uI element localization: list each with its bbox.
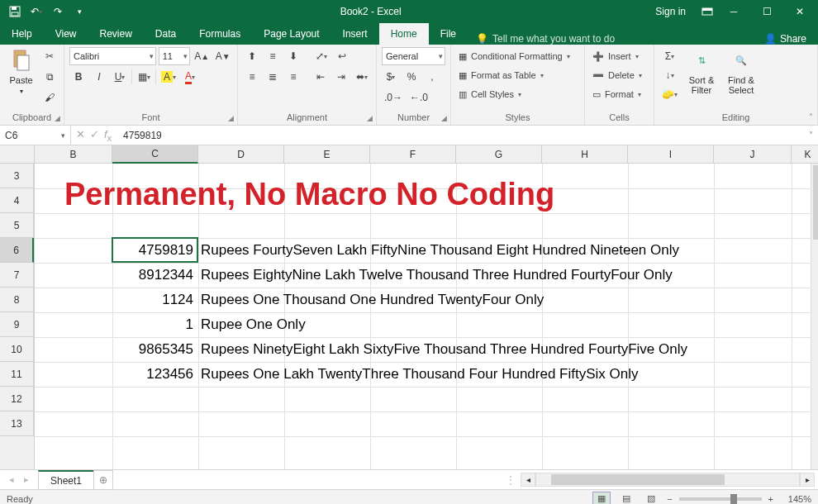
align-middle-icon[interactable]: ≡	[264, 47, 282, 65]
delete-cells-button[interactable]: ➖Delete	[590, 66, 649, 84]
qat-customize-icon[interactable]: ▾	[69, 2, 89, 21]
column-header[interactable]: C	[112, 145, 198, 164]
close-icon[interactable]: ✕	[783, 2, 816, 21]
normal-view-icon[interactable]: ▦	[592, 492, 611, 505]
sort-filter-button[interactable]: ⇅ Sort & Filter	[683, 47, 720, 95]
column-header[interactable]: G	[456, 145, 542, 164]
save-icon[interactable]	[5, 2, 25, 21]
select-all-corner[interactable]	[0, 145, 35, 164]
sign-in-link[interactable]: Sign in	[647, 6, 694, 17]
fill-color-icon[interactable]: A	[159, 68, 178, 86]
bold-button[interactable]: B	[69, 68, 88, 86]
maximize-icon[interactable]: ☐	[750, 2, 783, 21]
format-as-table-button[interactable]: ▦Format as Table	[456, 66, 579, 84]
conditional-formatting-button[interactable]: ▦Conditional Formatting	[456, 47, 579, 65]
cell-styles-button[interactable]: ▥Cell Styles	[456, 85, 579, 103]
row-header[interactable]: 7	[0, 263, 34, 288]
tab-help[interactable]: Help	[0, 23, 44, 45]
format-cells-button[interactable]: ▭Format	[590, 85, 649, 103]
expand-formula-bar-icon[interactable]: ˅	[803, 131, 818, 140]
column-header[interactable]: I	[628, 145, 714, 164]
tab-formulas[interactable]: Formulas	[188, 23, 252, 45]
row-header[interactable]: 10	[0, 337, 34, 362]
vertical-scrollbar[interactable]	[811, 164, 818, 469]
ribbon-options-icon[interactable]	[697, 2, 717, 21]
decrease-font-icon[interactable]: A▼	[214, 47, 232, 65]
align-bottom-icon[interactable]: ⬇	[284, 47, 302, 65]
minimize-icon[interactable]: ─	[717, 2, 750, 21]
format-painter-icon[interactable]: 🖌	[40, 88, 59, 107]
tab-view[interactable]: View	[44, 23, 88, 45]
scroll-right-icon[interactable]: ▸	[800, 473, 815, 487]
sheet-nav-first-icon[interactable]: ◂	[5, 474, 18, 485]
column-header[interactable]: B	[35, 145, 112, 164]
cut-icon[interactable]: ✂	[40, 47, 59, 65]
border-icon[interactable]: ▦	[135, 68, 153, 86]
align-center-icon[interactable]: ≣	[264, 68, 282, 86]
align-left-icon[interactable]: ≡	[243, 68, 261, 86]
cancel-formula-icon[interactable]: ✕	[76, 128, 85, 143]
clear-icon[interactable]: 🧽	[659, 85, 680, 103]
find-select-button[interactable]: 🔍 Find & Select	[723, 47, 759, 95]
page-break-view-icon[interactable]: ▧	[642, 492, 660, 505]
tab-insert[interactable]: Insert	[331, 23, 379, 45]
alignment-dialog-icon[interactable]: ◢	[367, 114, 373, 122]
share-button[interactable]: 👤 Share	[753, 33, 818, 45]
copy-icon[interactable]: ⧉	[40, 68, 59, 86]
tab-file[interactable]: File	[429, 23, 468, 45]
percent-format-icon[interactable]: %	[402, 68, 421, 86]
tab-home[interactable]: Home	[379, 23, 429, 45]
column-header[interactable]: H	[542, 145, 628, 164]
font-color-icon[interactable]: A	[181, 68, 199, 86]
tab-review[interactable]: Review	[88, 23, 143, 45]
name-box[interactable]: C6▾	[0, 126, 71, 145]
font-name-combo[interactable]: Calibri	[69, 47, 156, 65]
align-right-icon[interactable]: ≡	[284, 68, 302, 86]
wrap-text-icon[interactable]: ↩	[333, 47, 351, 65]
namebox-dropdown-icon[interactable]: ▾	[61, 131, 65, 140]
column-header[interactable]: J	[714, 145, 792, 164]
sheet-nav-prev-icon[interactable]: ▸	[20, 474, 33, 485]
row-header[interactable]: 13	[0, 411, 34, 436]
hscroll-thumb[interactable]	[551, 474, 725, 485]
column-header[interactable]: E	[284, 145, 370, 164]
zoom-slider[interactable]	[679, 497, 762, 501]
row-header[interactable]: 5	[0, 213, 34, 238]
new-sheet-icon[interactable]: ⊕	[93, 470, 113, 490]
zoom-level[interactable]: 145%	[780, 494, 811, 504]
row-header[interactable]: 11	[0, 362, 34, 387]
font-size-combo[interactable]: 11	[159, 47, 190, 65]
zoom-out-icon[interactable]: −	[667, 494, 672, 504]
row-header[interactable]: 9	[0, 312, 34, 337]
merge-center-icon[interactable]: ⬌	[353, 68, 371, 86]
orientation-icon[interactable]: ⤢	[312, 47, 331, 65]
increase-indent-icon[interactable]: ⇥	[332, 68, 350, 86]
column-header[interactable]: D	[198, 145, 284, 164]
increase-decimal-icon[interactable]: .0→	[382, 88, 405, 107]
undo-icon[interactable]: ↶	[26, 2, 46, 21]
row-header[interactable]: 4	[0, 188, 34, 213]
clipboard-dialog-icon[interactable]: ◢	[55, 114, 60, 122]
horizontal-scrollbar[interactable]	[535, 473, 800, 487]
fill-icon[interactable]: ↓	[659, 66, 680, 84]
scroll-left-icon[interactable]: ◂	[521, 473, 535, 487]
formula-bar[interactable]: 4759819	[117, 130, 803, 141]
row-header[interactable]: 12	[0, 387, 34, 411]
collapse-ribbon-icon[interactable]: ˄	[809, 112, 813, 121]
row-header[interactable]: 3	[0, 164, 34, 188]
comma-format-icon[interactable]: ,	[423, 68, 441, 86]
fx-icon[interactable]: fx	[104, 128, 112, 143]
decrease-decimal-icon[interactable]: ←.0	[407, 88, 430, 107]
page-layout-view-icon[interactable]: ▤	[617, 492, 635, 505]
scrollbar-thumb[interactable]	[813, 165, 818, 240]
sheet-tab[interactable]: Sheet1	[38, 470, 94, 490]
font-dialog-icon[interactable]: ◢	[228, 114, 234, 122]
enter-formula-icon[interactable]: ✓	[90, 128, 99, 143]
italic-button[interactable]: I	[90, 68, 108, 86]
autosum-icon[interactable]: Σ	[659, 47, 680, 65]
tab-data[interactable]: Data	[144, 23, 188, 45]
insert-cells-button[interactable]: ➕Insert	[590, 47, 649, 65]
tab-page-layout[interactable]: Page Layout	[252, 23, 331, 45]
row-header[interactable]: 6	[0, 238, 34, 263]
column-header[interactable]: F	[370, 145, 456, 164]
